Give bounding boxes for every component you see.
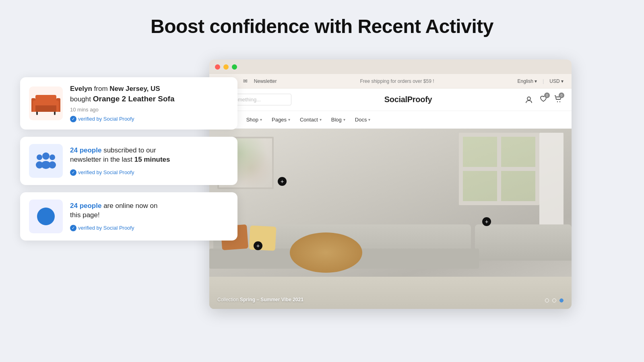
store-nav: Home ▾ Shop ▾ Pages ▾ Contact ▾ Blog ▾ D… (209, 111, 572, 129)
verified-check-icon-3: ✓ (70, 225, 76, 231)
topbar-center: Free shipping for orders over $59 ! (360, 78, 434, 84)
svg-point-2 (37, 154, 42, 160)
wishlist-badge[interactable]: 0 (539, 95, 547, 105)
bought-text: bought (70, 95, 93, 103)
nav-blog[interactable]: Blog ▾ (331, 117, 345, 123)
browser-window: Store | ✉ Newsletter Free shipping for o… (209, 60, 572, 309)
online-count: 24 people (70, 202, 101, 210)
hero-dot-2[interactable]: + (482, 217, 491, 226)
nav-contact[interactable]: Contact ▾ (300, 117, 322, 123)
subscribers-text: 24 people subscribed to ournewsletter in… (70, 146, 229, 176)
svg-point-8 (527, 97, 530, 100)
online-icon-box (29, 200, 63, 233)
browser-dot-yellow[interactable] (223, 64, 229, 70)
page-title: Boost confidence with Recent Activity (0, 0, 644, 37)
shipping-notice: Free shipping for orders over $59 ! (360, 78, 434, 84)
subscribers-line1: 24 people subscribed to ournewsletter in… (70, 146, 229, 165)
chevron-down-icon-5: ▾ (343, 117, 345, 122)
verified-label-3: verified by Social Proofy (78, 225, 134, 231)
buyer-name: Evelyn (70, 85, 92, 93)
newsletter-icon: ✉ (243, 78, 248, 84)
online-verified: ✓ verified by Social Proofy (70, 225, 134, 231)
topbar-divider-2: | (543, 78, 544, 84)
collection-label: Collection (217, 297, 240, 302)
store-logo: SocialProofy (384, 95, 432, 104)
language-selector[interactable]: English ▾ (517, 78, 537, 84)
pillow-yellow (249, 225, 276, 251)
verified-check-icon: ✓ (70, 116, 76, 122)
verified-label: verified by Social Proofy (78, 116, 134, 122)
user-icon[interactable] (525, 96, 533, 104)
subscribers-verified: ✓ verified by Social Proofy (70, 169, 134, 176)
nav-contact-label: Contact (300, 117, 318, 123)
svg-point-3 (36, 161, 43, 169)
online-dot-icon (37, 208, 55, 225)
verified-check-icon-2: ✓ (70, 169, 76, 176)
floor (209, 277, 572, 309)
chevron-down-icon-4: ▾ (320, 117, 322, 122)
topbar-right: English ▾ | USD ▾ (517, 78, 564, 84)
hero-area: + + + Collection Spring – Summer Vibe 20… (209, 129, 572, 309)
from-text: from (94, 85, 110, 93)
browser-dot-green[interactable] (232, 64, 237, 70)
browser-titlebar (209, 60, 572, 74)
store-icons: 0 0 (525, 95, 562, 105)
notifications-container: Evelyn from New Jersey, US bought Orange… (20, 77, 237, 241)
purchase-text: Evelyn from New Jersey, US bought Orange… (70, 84, 229, 122)
svg-point-0 (42, 152, 50, 160)
browser-dot-red[interactable] (215, 64, 220, 70)
nav-pages[interactable]: Pages ▾ (272, 117, 290, 123)
hero-dot-3[interactable]: + (254, 241, 262, 250)
nav-blog-label: Blog (331, 117, 342, 123)
newsletter-link[interactable]: Newsletter (254, 78, 277, 84)
store-topbar: Store | ✉ Newsletter Free shipping for o… (209, 74, 572, 88)
svg-point-4 (50, 154, 55, 160)
nav-docs-label: Docs (355, 117, 367, 123)
purchase-verified: ✓ verified by Social Proofy (70, 116, 134, 122)
carousel-dots (545, 298, 564, 302)
online-notification: 24 people are online now onthis page! ✓ … (20, 192, 237, 241)
sofa-representation (209, 220, 572, 277)
chevron-down-icon-6: ▾ (368, 117, 370, 122)
carousel-dot-3[interactable] (559, 298, 564, 302)
nav-shop-label: Shop (246, 117, 258, 123)
wishlist-count: 0 (544, 93, 550, 98)
online-line1: 24 people are online now onthis page! (70, 202, 229, 220)
time-window: 15 minutes (134, 156, 170, 163)
hero-dot-1[interactable]: + (278, 177, 287, 186)
purchase-notification: Evelyn from New Jersey, US bought Orange… (20, 77, 237, 130)
store-navbar: Something... SocialProofy 0 (209, 88, 572, 111)
online-text: 24 people are online now onthis page! ✓ … (70, 202, 229, 231)
purchase-time: 10 mins ago (70, 107, 229, 113)
coffee-table (290, 232, 362, 273)
subscribers-notification: 24 people subscribed to ournewsletter in… (20, 137, 237, 185)
cart-count: 0 (559, 93, 564, 98)
nav-shop[interactable]: Shop ▾ (246, 117, 262, 123)
carousel-dot-1[interactable] (545, 298, 549, 302)
currency-selector[interactable]: USD ▾ (549, 78, 564, 84)
sofa-icon (31, 95, 60, 112)
subscriber-count: 24 people (70, 146, 101, 154)
carousel-dot-2[interactable] (552, 298, 556, 302)
chevron-down-icon-2: ▾ (260, 117, 262, 122)
hero-collection: Collection Spring – Summer Vibe 2021 (217, 297, 303, 302)
people-icon-box (29, 144, 63, 178)
nav-pages-label: Pages (272, 117, 287, 123)
product-name: Orange 2 Leather Sofa (93, 95, 175, 103)
people-icon (35, 150, 56, 171)
sofa-icon-box (29, 86, 63, 120)
svg-point-5 (49, 161, 56, 169)
chevron-down-icon-3: ▾ (288, 117, 290, 122)
collection-name: Spring – Summer Vibe 2021 (240, 297, 303, 302)
cart-badge[interactable]: 0 (554, 95, 562, 105)
window-element (459, 133, 539, 205)
verified-label-2: verified by Social Proofy (78, 169, 134, 175)
svg-point-9 (557, 101, 558, 102)
svg-point-10 (559, 101, 560, 102)
purchase-line1: Evelyn from New Jersey, US bought Orange… (70, 84, 229, 104)
nav-docs[interactable]: Docs ▾ (355, 117, 371, 123)
buyer-location: New Jersey, US (109, 85, 160, 93)
